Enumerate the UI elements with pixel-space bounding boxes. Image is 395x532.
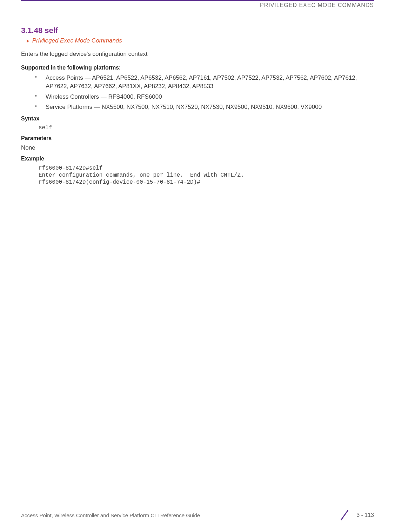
chapter-title: PRIVILEGED EXEC MODE COMMANDS: [260, 2, 374, 8]
section-description: Enters the logged device's configuration…: [21, 51, 374, 58]
list-item: Wireless Controllers — RFS4000, RFS6000: [35, 93, 374, 101]
page-number: 3 - 113: [356, 512, 374, 518]
syntax-heading: Syntax: [21, 116, 374, 122]
example-heading: Example: [21, 156, 374, 162]
arrow-right-icon: [27, 39, 29, 43]
list-item: Service Platforms — NX5500, NX7500, NX75…: [35, 103, 374, 111]
chapter-header: PRIVILEGED EXEC MODE COMMANDS: [21, 0, 374, 8]
supported-list: Access Points — AP6521, AP6522, AP6532, …: [35, 74, 374, 111]
parameters-text: None: [21, 144, 374, 151]
list-item: Access Points — AP6521, AP6522, AP6532, …: [35, 74, 374, 91]
footer-right: 3 - 113: [338, 509, 374, 521]
section-title: 3.1.48 self: [21, 26, 374, 35]
supported-heading: Supported in the following platforms:: [21, 65, 374, 71]
breadcrumb-link[interactable]: Privileged Exec Mode Commands: [32, 37, 122, 44]
slash-icon: [338, 509, 351, 521]
footer-doc-title: Access Point, Wireless Controller and Se…: [21, 512, 200, 518]
svg-line-0: [341, 510, 348, 520]
example-code: rfs6000-81742D#self Enter configuration …: [39, 165, 374, 186]
syntax-code: self: [39, 125, 374, 131]
breadcrumb[interactable]: Privileged Exec Mode Commands: [27, 37, 374, 44]
page-footer: Access Point, Wireless Controller and Se…: [21, 509, 374, 521]
parameters-heading: Parameters: [21, 135, 374, 142]
